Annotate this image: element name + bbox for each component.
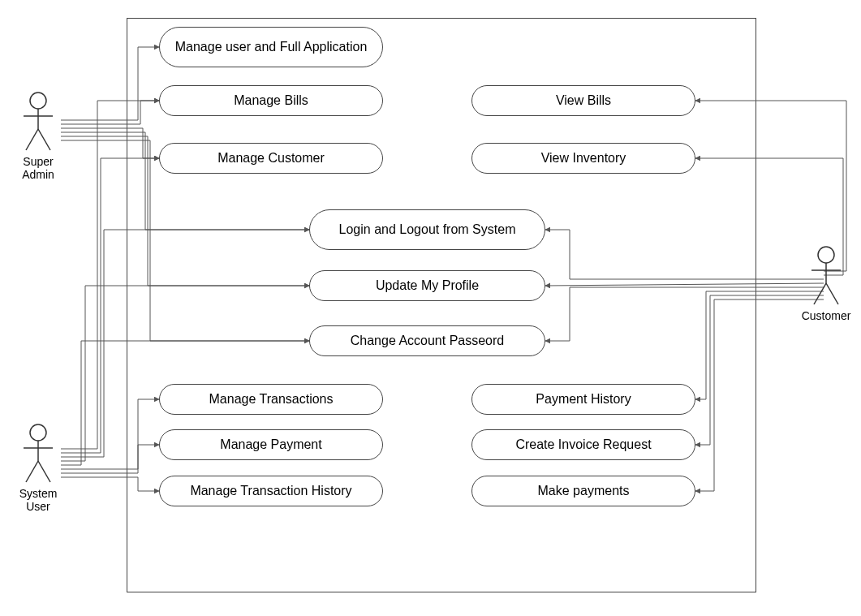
usecase-label: Manage user and Full Application xyxy=(175,39,368,54)
usecase-manage-customer: Manage Customer xyxy=(159,143,383,174)
usecase-label: Manage Transactions xyxy=(209,391,334,407)
usecase-manage-txn-history: Manage Transaction History xyxy=(159,476,383,506)
usecase-manage-payment: Manage Payment xyxy=(159,429,383,460)
svg-line-14 xyxy=(814,283,826,304)
actor-system-user: System User xyxy=(14,424,62,513)
usecase-label: Update My Profile xyxy=(376,278,479,293)
svg-point-1 xyxy=(30,93,46,109)
usecase-update-profile: Update My Profile xyxy=(309,270,545,301)
usecase-label: Login and Logout from System xyxy=(339,222,516,237)
actor-label: Customer xyxy=(802,309,851,322)
svg-line-5 xyxy=(38,129,50,150)
svg-line-4 xyxy=(26,129,38,150)
usecase-label: Change Account Passeord xyxy=(351,333,504,348)
person-icon xyxy=(19,92,57,152)
usecase-label: Manage Customer xyxy=(217,150,325,166)
usecase-payment-history: Payment History xyxy=(471,384,695,415)
usecase-view-bills: View Bills xyxy=(471,85,695,116)
usecase-manage-user-full-app: Manage user and Full Application xyxy=(159,27,383,67)
usecase-view-inventory: View Inventory xyxy=(471,143,695,174)
person-icon xyxy=(19,424,57,484)
usecase-login-logout: Login and Logout from System xyxy=(309,209,545,250)
usecase-label: View Bills xyxy=(556,93,611,108)
svg-point-6 xyxy=(30,424,46,441)
usecase-make-payments: Make payments xyxy=(471,476,695,506)
usecase-label: View Inventory xyxy=(541,150,626,166)
usecase-label: Manage Payment xyxy=(220,437,321,452)
svg-line-10 xyxy=(38,461,50,482)
actor-label: Super Admin xyxy=(14,155,62,181)
usecase-label: Payment History xyxy=(536,391,631,407)
usecase-label: Manage Transaction History xyxy=(190,483,351,498)
usecase-change-password: Change Account Passeord xyxy=(309,325,545,356)
actor-super-admin: Super Admin xyxy=(14,92,62,181)
svg-line-15 xyxy=(826,283,838,304)
svg-point-11 xyxy=(818,247,834,263)
actor-label: System User xyxy=(14,487,62,513)
use-case-diagram: Super Admin System User xyxy=(0,0,861,616)
actor-customer: Customer xyxy=(802,246,850,322)
usecase-create-invoice-request: Create Invoice Request xyxy=(471,429,695,460)
svg-line-9 xyxy=(26,461,38,482)
usecase-label: Make payments xyxy=(538,483,630,498)
usecase-label: Create Invoice Request xyxy=(515,437,651,452)
usecase-label: Manage Bills xyxy=(234,93,308,108)
usecase-manage-bills: Manage Bills xyxy=(159,85,383,116)
person-icon xyxy=(807,246,845,306)
usecase-manage-transactions: Manage Transactions xyxy=(159,384,383,415)
